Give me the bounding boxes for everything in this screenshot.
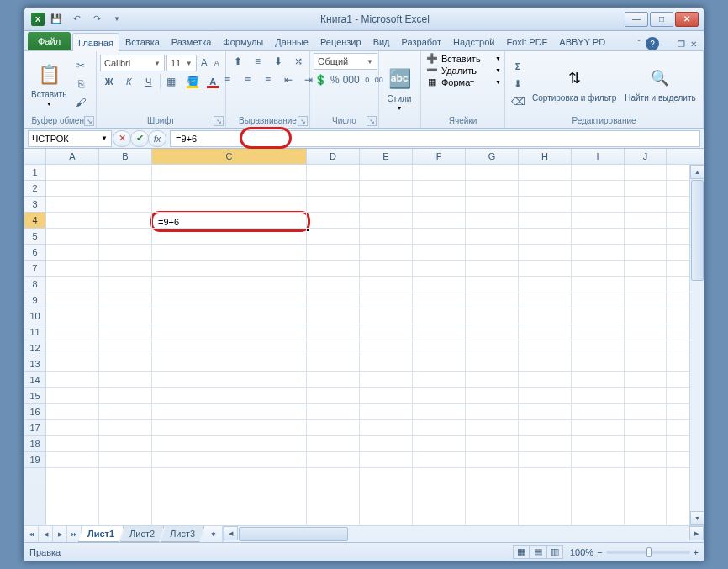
scroll-thumb[interactable] <box>691 180 704 281</box>
page-break-view-icon[interactable]: ▥ <box>546 545 563 559</box>
column-header[interactable]: E <box>360 149 413 164</box>
scroll-left-icon[interactable]: ◀ <box>224 526 238 540</box>
row-header[interactable]: 6 <box>24 245 45 261</box>
sheet-nav-prev-icon[interactable]: ◀ <box>39 526 53 542</box>
font-name-combo[interactable]: Calibri▼ <box>100 55 165 71</box>
cut-icon[interactable]: ✂ <box>71 57 90 74</box>
tab-разработ[interactable]: Разработ <box>396 32 447 50</box>
tab-foxit pdf[interactable]: Foxit PDF <box>500 32 553 50</box>
align-middle-icon[interactable]: ≡ <box>249 53 267 70</box>
grid[interactable]: =9+6 <box>46 165 704 525</box>
tab-file[interactable]: Файл <box>28 32 71 50</box>
grow-font-icon[interactable]: A <box>198 55 210 71</box>
help-icon[interactable]: ? <box>646 37 659 50</box>
row-header[interactable]: 5 <box>24 229 45 245</box>
number-format-combo[interactable]: Общий▼ <box>314 53 377 70</box>
row-header[interactable]: 14 <box>24 372 45 388</box>
new-sheet-icon[interactable]: ✱ <box>204 526 223 542</box>
column-header[interactable]: A <box>46 149 99 164</box>
row-header[interactable]: 18 <box>24 436 45 452</box>
row-header[interactable]: 11 <box>24 324 45 340</box>
insert-cells-button[interactable]: ➕Вставить▼ <box>425 53 501 64</box>
percent-icon[interactable]: % <box>330 71 340 88</box>
row-header[interactable]: 19 <box>24 452 45 468</box>
column-header[interactable]: C <box>152 149 307 164</box>
minimize-button[interactable]: — <box>625 12 648 27</box>
zoom-value[interactable]: 100% <box>570 547 593 557</box>
name-box[interactable]: ЧСТРОК ▼ <box>28 130 112 147</box>
fill-icon[interactable]: ⬇ <box>509 76 527 92</box>
font-size-combo[interactable]: 11▼ <box>166 55 197 71</box>
increase-decimal-icon[interactable]: .0 <box>362 71 371 88</box>
column-header[interactable]: I <box>572 149 625 164</box>
format-painter-icon[interactable]: 🖌 <box>71 94 90 111</box>
align-bottom-icon[interactable]: ⬇ <box>269 53 288 70</box>
align-center-icon[interactable]: ≡ <box>239 71 257 88</box>
confirm-formula-icon[interactable]: ✔ <box>130 130 149 147</box>
column-header[interactable]: B <box>99 149 152 164</box>
column-header[interactable]: J <box>625 149 667 164</box>
column-header[interactable]: G <box>466 149 519 164</box>
shrink-font-icon[interactable]: A <box>212 55 222 71</box>
chevron-down-icon[interactable]: ▼ <box>101 134 108 142</box>
row-header[interactable]: 9 <box>24 292 45 308</box>
ribbon-window-minimize-icon[interactable]: — <box>664 40 673 49</box>
cancel-formula-icon[interactable]: ✕ <box>113 130 131 147</box>
vertical-scrollbar[interactable]: ▲ ▼ <box>689 165 704 525</box>
borders-icon[interactable]: ▦ <box>162 73 181 90</box>
minimize-ribbon-icon[interactable]: ˇ <box>637 39 641 49</box>
row-header[interactable]: 10 <box>24 308 45 324</box>
scroll-down-icon[interactable]: ▼ <box>690 511 704 525</box>
select-all-button[interactable] <box>24 149 46 164</box>
active-cell[interactable]: =9+6 <box>150 211 310 232</box>
horizontal-scrollbar[interactable]: ◀ ▶ <box>223 526 704 542</box>
zoom-out-icon[interactable]: − <box>597 547 602 557</box>
number-launcher[interactable]: ↘ <box>367 116 377 126</box>
ribbon-window-close-icon[interactable]: ✕ <box>690 40 697 49</box>
maximize-button[interactable]: □ <box>650 12 673 27</box>
hscroll-thumb[interactable] <box>239 527 348 541</box>
row-header[interactable]: 1 <box>24 165 45 181</box>
scroll-right-icon[interactable]: ▶ <box>689 526 704 540</box>
ribbon-window-restore-icon[interactable]: ❐ <box>678 40 685 49</box>
sort-filter-button[interactable]: ⇅ Сортировка и фильтр <box>529 63 620 104</box>
tab-надстрой[interactable]: Надстрой <box>447 32 500 50</box>
row-header[interactable]: 12 <box>24 340 45 356</box>
tab-вид[interactable]: Вид <box>367 32 396 50</box>
tab-разметка[interactable]: Разметка <box>166 32 218 50</box>
zoom-knob[interactable] <box>646 547 652 557</box>
row-header[interactable]: 13 <box>24 356 45 372</box>
font-launcher[interactable]: ↘ <box>214 116 224 126</box>
tab-формулы[interactable]: Формулы <box>217 32 269 50</box>
tab-abbyy pd[interactable]: ABBYY PD <box>553 32 611 50</box>
column-header[interactable]: F <box>413 149 466 164</box>
save-icon[interactable]: 💾 <box>48 11 65 28</box>
column-header[interactable]: H <box>519 149 572 164</box>
sheet-nav-next-icon[interactable]: ▶ <box>53 526 67 542</box>
sheet-tab[interactable]: Лист3 <box>161 526 204 542</box>
column-header[interactable]: D <box>307 149 360 164</box>
tab-рецензир[interactable]: Рецензир <box>314 32 367 50</box>
tab-данные[interactable]: Данные <box>269 32 314 50</box>
clear-icon[interactable]: ⌫ <box>509 93 527 110</box>
scroll-up-icon[interactable]: ▲ <box>690 165 704 179</box>
underline-icon[interactable]: Ч <box>140 73 158 90</box>
comma-icon[interactable]: 000 <box>342 71 361 88</box>
zoom-slider[interactable] <box>606 551 690 554</box>
align-right-icon[interactable]: ≡ <box>259 71 277 88</box>
find-select-button[interactable]: 🔍 Найти и выделить <box>621 63 699 104</box>
format-cells-button[interactable]: ▦Формат▼ <box>425 76 501 87</box>
delete-cells-button[interactable]: ➖Удалить▼ <box>425 65 501 76</box>
sheet-tab[interactable]: Лист2 <box>120 526 164 542</box>
align-top-icon[interactable]: ⬆ <box>229 53 247 70</box>
italic-icon[interactable]: К <box>120 73 139 90</box>
fill-color-icon[interactable]: 🪣 <box>184 73 203 90</box>
paste-button[interactable]: 📋 Вставить ▼ <box>28 60 70 108</box>
formula-input[interactable]: =9+6 <box>170 130 700 147</box>
row-header[interactable]: 3 <box>24 197 45 213</box>
tab-вставка[interactable]: Вставка <box>119 32 166 50</box>
alignment-launcher[interactable]: ↘ <box>298 116 308 126</box>
align-left-icon[interactable]: ≡ <box>219 71 237 88</box>
normal-view-icon[interactable]: ▦ <box>513 545 530 559</box>
row-header[interactable]: 8 <box>24 277 45 292</box>
